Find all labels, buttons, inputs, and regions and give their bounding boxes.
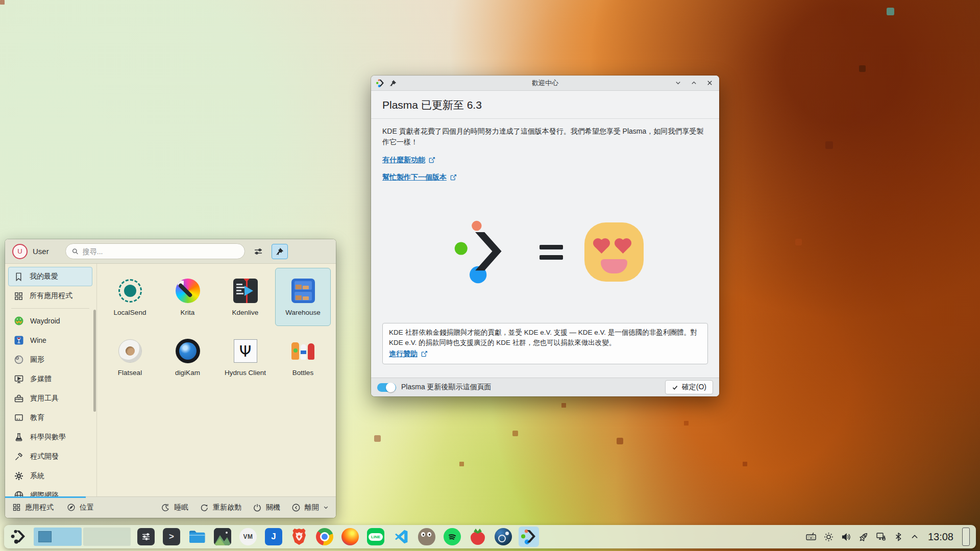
get-involved-link[interactable]: 幫忙製作下一個版本	[382, 173, 457, 182]
restart-button[interactable]: 重新啟動	[200, 503, 241, 512]
app-flatseal[interactable]: Flatseal	[102, 328, 158, 386]
configure-sort-button[interactable]	[250, 244, 266, 259]
titlebar[interactable]: 歡迎中心	[371, 76, 719, 91]
app-localsend[interactable]: LocalSend	[102, 268, 158, 326]
chevron-down-icon	[323, 505, 329, 510]
education-icon	[14, 413, 24, 423]
app-krita[interactable]: Krita	[160, 268, 215, 326]
donate-link[interactable]: 進行贊助	[389, 348, 428, 359]
donation-text: KDE 社群依賴金錢捐贈與才能的貢獻，並受 KDE e.V. 支援 — KDE …	[389, 329, 697, 346]
task-dolphin[interactable]	[187, 527, 207, 547]
leave-button[interactable]: 離開	[291, 503, 329, 512]
shutdown-button[interactable]: 關機	[253, 503, 280, 512]
desktop-1-active[interactable]	[34, 528, 82, 546]
task-spotify[interactable]	[442, 527, 462, 547]
waydroid-icon	[14, 316, 24, 326]
search-icon	[72, 248, 79, 255]
sidebar-item-education[interactable]: 教育	[8, 408, 92, 428]
equals-sign	[540, 245, 563, 260]
system-tray: 13:08	[805, 528, 972, 546]
vm-icon: VM	[239, 528, 257, 545]
app-bottles[interactable]: Bottles	[275, 328, 331, 386]
task-konsole[interactable]: >	[161, 527, 182, 547]
toolbox-icon	[14, 393, 24, 404]
virtual-desktop-pager[interactable]	[34, 528, 131, 546]
task-system-settings[interactable]	[136, 527, 156, 547]
graphics-icon	[14, 355, 24, 365]
brightness-icon[interactable]	[823, 532, 834, 542]
task-vscode[interactable]	[391, 527, 411, 547]
sidebar-item-graphics[interactable]: 圖形	[8, 350, 92, 369]
sidebar-item-development[interactable]: 程式開發	[8, 447, 92, 466]
line-icon: LINE	[367, 528, 384, 545]
user-avatar[interactable]: U	[12, 244, 28, 259]
task-gimp[interactable]	[416, 527, 437, 547]
sidebar-item-waydroid[interactable]: Waydroid	[8, 311, 92, 331]
discover-updates-icon[interactable]	[858, 532, 869, 542]
tray-expander-chevron-up-icon[interactable]	[910, 532, 919, 541]
user-name: User	[33, 247, 49, 256]
sidebar-item-utilities[interactable]: 實用工具	[8, 389, 92, 408]
app-warehouse[interactable]: Warehouse	[275, 268, 331, 326]
logout-icon	[291, 503, 301, 512]
firefox-icon	[341, 528, 359, 545]
maximize-window-button[interactable]	[691, 80, 697, 86]
task-steam[interactable]	[493, 527, 513, 547]
sidebar-item-system[interactable]: 系統	[8, 466, 92, 486]
close-window-button[interactable]	[706, 80, 713, 86]
tab-applications[interactable]: 應用程式	[12, 503, 54, 512]
plasma-equals-love-artwork	[371, 219, 719, 285]
power-icon	[253, 503, 262, 512]
sidebar-item-favorites[interactable]: 我的最愛	[8, 267, 92, 286]
keyboard-layout-icon[interactable]	[805, 531, 817, 542]
task-virt-manager[interactable]: VM	[238, 527, 258, 547]
ok-button[interactable]: 確定(O)	[665, 380, 713, 394]
search-field[interactable]	[65, 243, 245, 259]
keep-open-pin-button[interactable]	[272, 244, 288, 259]
sidebar-item-internet[interactable]: 網際網路	[8, 486, 92, 496]
show-desktop-button[interactable]	[962, 528, 970, 546]
settings-sliders-icon	[141, 532, 151, 542]
task-firefox[interactable]	[340, 527, 360, 547]
app-digikam[interactable]: digiKam	[160, 328, 215, 386]
sleep-button[interactable]: 睡眠	[161, 503, 188, 512]
folder-icon	[188, 529, 206, 544]
digital-clock[interactable]: 13:08	[926, 531, 955, 543]
shade-window-button[interactable]	[675, 80, 681, 86]
pin-on-top-icon[interactable]	[389, 80, 397, 87]
sidebar-item-multimedia[interactable]: 多媒體	[8, 369, 92, 389]
sidebar-item-all-apps[interactable]: 所有應用程式	[8, 286, 92, 306]
app-kdenlive[interactable]: Kdenlive	[217, 268, 273, 326]
whats-new-link[interactable]: 有什麼新功能	[382, 156, 435, 165]
volume-icon[interactable]	[841, 532, 851, 542]
task-brave[interactable]	[289, 527, 309, 547]
task-welcome-center-active[interactable]	[519, 527, 539, 547]
sidebar-scrollbar[interactable]	[93, 310, 96, 412]
sidebar-item-science[interactable]: 科學與數學	[8, 428, 92, 447]
task-jdownloader[interactable]: J	[263, 527, 284, 547]
steam-icon	[495, 528, 512, 545]
flatseal-icon	[118, 339, 142, 363]
show-after-update-toggle[interactable]	[377, 383, 396, 392]
grid-icon	[14, 291, 23, 301]
sidebar-divider	[11, 308, 89, 309]
app-hydrus[interactable]: Ψ Hydrus Client	[217, 328, 273, 386]
bluetooth-icon[interactable]	[893, 532, 903, 542]
task-line[interactable]: LINE	[365, 527, 386, 547]
wired-network-icon[interactable]	[875, 531, 887, 542]
desktop-2[interactable]	[83, 528, 131, 546]
external-link-icon	[450, 174, 457, 181]
app-launcher-button[interactable]	[8, 527, 29, 547]
konsole-icon: >	[169, 532, 174, 542]
gimp-icon	[418, 528, 435, 545]
task-strawberry[interactable]	[468, 527, 488, 547]
bottles-icon	[291, 342, 314, 360]
welcome-content: Plasma 已更新至 6.3 KDE 貢獻者花費了四個月的時間努力達成了這個版…	[371, 91, 719, 378]
search-input[interactable]	[83, 247, 238, 256]
tab-places[interactable]: 位置	[67, 503, 94, 512]
task-chrome[interactable]	[314, 527, 335, 547]
task-photo-app[interactable]	[212, 527, 233, 547]
sidebar-item-wine[interactable]: Wine	[8, 331, 92, 350]
jdownloader-icon: J	[265, 528, 282, 545]
favorites-grid: LocalSend Krita Kdenlive Warehouse	[97, 264, 336, 496]
